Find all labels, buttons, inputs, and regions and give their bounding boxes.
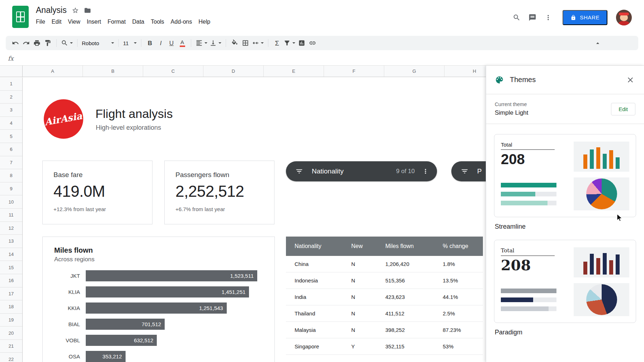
row-header-12[interactable]: 12 <box>0 222 22 235</box>
star-icon[interactable] <box>72 7 79 14</box>
menu-addons[interactable]: Add-ons <box>168 18 196 26</box>
row-header-3[interactable]: 3 <box>0 104 22 117</box>
miles-flown-chart[interactable]: Miles flown Across regions JKT1,523,511K… <box>42 237 275 362</box>
bar-track: 1,523,511 <box>86 270 257 281</box>
row-header-11[interactable]: 11 <box>0 209 22 222</box>
menu-help[interactable]: Help <box>195 18 213 26</box>
column-header-A[interactable]: A <box>23 66 83 77</box>
theme-card-paradigm[interactable]: Total 208 <box>494 240 636 323</box>
column-header-D[interactable]: D <box>203 66 264 77</box>
nationality-table[interactable]: NationalityNewMiles flown% change ChinaN… <box>286 237 483 355</box>
borders-icon[interactable] <box>240 38 251 48</box>
formula-bar[interactable]: fx <box>0 51 644 66</box>
row-header-20[interactable]: 20 <box>0 327 22 340</box>
row-header-18[interactable]: 18 <box>0 300 22 314</box>
filter-chip-nationality[interactable]: Nationality 9 of 10 <box>286 161 437 181</box>
text-color-swatch <box>180 46 185 47</box>
kpi-label: Passengers flown <box>175 171 263 179</box>
fill-color-icon[interactable] <box>229 38 240 48</box>
link-icon[interactable] <box>307 38 318 48</box>
chart-icon[interactable] <box>296 38 307 48</box>
menu-file[interactable]: File <box>33 18 48 26</box>
select-all-corner[interactable] <box>0 66 23 77</box>
merge-cells-icon[interactable] <box>251 38 265 48</box>
row-header-9[interactable]: 9 <box>0 182 22 196</box>
airasia-logo-text: AirAsia <box>44 110 83 128</box>
print-icon[interactable] <box>32 38 42 48</box>
toolbar-separator <box>118 39 119 47</box>
bar-category-label: KKIA <box>54 305 80 311</box>
theme-total-value: 208 <box>501 258 555 272</box>
align-icon[interactable] <box>194 38 208 48</box>
vertical-align-icon[interactable] <box>208 38 222 48</box>
kebab-menu-icon[interactable] <box>422 168 429 175</box>
row-header-22[interactable]: 22 <box>0 353 22 362</box>
row-header-2[interactable]: 2 <box>0 91 22 104</box>
redo-icon[interactable] <box>21 38 32 48</box>
theme-name-paradigm: Paradigm <box>495 329 635 336</box>
table-cell: 44.1% <box>443 294 483 300</box>
column-header-E[interactable]: E <box>264 66 324 77</box>
row-header-1[interactable]: 1 <box>0 77 22 91</box>
menu-edit[interactable]: Edit <box>48 18 65 26</box>
table-row: MalaysiaN398,25287.23% <box>286 322 483 338</box>
font-family-select[interactable]: Roboto <box>81 38 115 48</box>
italic-icon[interactable]: I <box>155 38 166 48</box>
row-header-5[interactable]: 5 <box>0 130 22 143</box>
airasia-logo[interactable]: AirAsia <box>44 99 83 139</box>
column-header-F[interactable]: F <box>324 66 384 77</box>
table-cell: N <box>351 277 385 284</box>
row-header-8[interactable]: 8 <box>0 169 22 182</box>
zoom-icon[interactable] <box>60 38 74 48</box>
menu-tools[interactable]: Tools <box>147 18 167 26</box>
row-header-14[interactable]: 14 <box>0 248 22 261</box>
menu-data[interactable]: Data <box>129 18 147 26</box>
comment-icon[interactable] <box>525 10 540 25</box>
lock-icon <box>570 15 576 20</box>
table-body: ChinaN1,206,4201.8%IndonesiaN515,35613.5… <box>286 256 483 355</box>
undo-icon[interactable] <box>10 38 21 48</box>
text-color-icon[interactable]: A <box>177 38 188 48</box>
theme-card-streamline[interactable]: Total 208 <box>494 134 636 217</box>
column-header-B[interactable]: B <box>83 66 143 77</box>
row-header-16[interactable]: 16 <box>0 274 22 287</box>
menu-format[interactable]: Format <box>104 18 129 26</box>
close-icon[interactable] <box>626 76 635 84</box>
row-header-7[interactable]: 7 <box>0 156 22 170</box>
row-header-13[interactable]: 13 <box>0 235 22 248</box>
bar-category-label: JKT <box>54 273 80 279</box>
bold-icon[interactable]: B <box>145 38 155 48</box>
kpi-label: Base fare <box>53 171 141 179</box>
paint-format-icon[interactable] <box>42 38 53 48</box>
kebab-menu-icon[interactable] <box>540 10 556 25</box>
sheets-icon[interactable] <box>12 6 29 28</box>
filter-icon[interactable] <box>282 38 296 48</box>
row-header-10[interactable]: 10 <box>0 195 22 209</box>
column-header-C[interactable]: C <box>143 66 203 77</box>
folder-icon[interactable] <box>84 7 91 14</box>
functions-sigma-icon[interactable]: Σ <box>272 38 282 48</box>
kpi-card-passengers[interactable]: Passengers flown 2,252,512 +6.7% from la… <box>164 161 274 224</box>
row-header-19[interactable]: 19 <box>0 314 22 327</box>
row-header-4[interactable]: 4 <box>0 117 22 130</box>
share-button[interactable]: SHARE <box>563 10 607 25</box>
font-size-select[interactable]: 11 <box>122 38 138 48</box>
toolbar-separator <box>77 39 77 47</box>
table-row: ThailandN411,5122.5% <box>286 305 483 322</box>
kpi-card-base-fare[interactable]: Base fare 419.0M +12.3% from last year <box>42 161 152 224</box>
edit-theme-button[interactable]: Edit <box>611 103 635 115</box>
document-title[interactable]: Analysis <box>36 5 67 15</box>
column-header-G[interactable]: G <box>384 66 445 77</box>
avatar[interactable] <box>616 10 632 25</box>
collapse-chevron-icon[interactable] <box>592 38 603 48</box>
menu-view[interactable]: View <box>65 18 83 26</box>
underline-icon[interactable]: U <box>166 38 177 48</box>
bar-chart-rows: JKT1,523,511KLIA1,451,251KKIA1,251,543BI… <box>54 270 257 362</box>
menu-insert[interactable]: Insert <box>84 18 104 26</box>
kpi-value: 419.0M <box>53 182 141 200</box>
row-header-21[interactable]: 21 <box>0 340 22 353</box>
row-header-6[interactable]: 6 <box>0 143 22 156</box>
search-icon[interactable] <box>509 10 525 25</box>
row-header-17[interactable]: 17 <box>0 287 22 301</box>
row-header-15[interactable]: 15 <box>0 261 22 274</box>
